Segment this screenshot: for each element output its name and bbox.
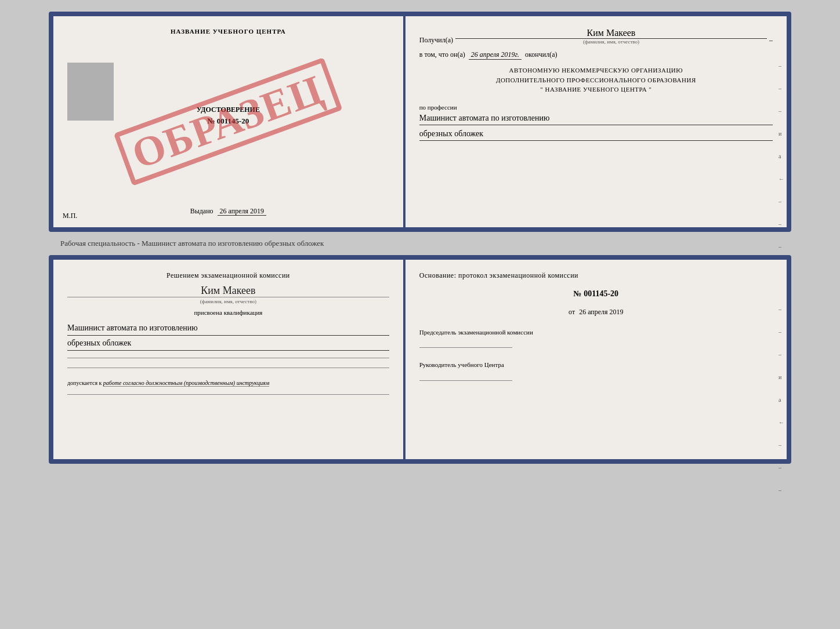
chairman-sign-line — [419, 347, 512, 348]
top-left-page: НАЗВАНИЕ УЧЕБНОГО ЦЕНТРА УДОСТОВЕРЕНИЕ №… — [53, 16, 405, 227]
protocol-number: № 001145-20 — [419, 289, 773, 299]
org-block: АВТОНОМНУЮ НЕКОММЕРЧЕСКУЮ ОРГАНИЗАЦИЮ ДО… — [419, 66, 773, 94]
bottom-right-page: Основание: протокол экзаменационной коми… — [405, 260, 787, 459]
head-sign-line — [419, 380, 512, 381]
caption: Рабочая специальность - Машинист автомат… — [12, 239, 324, 248]
date-value: 26 апреля 2019г. — [469, 50, 522, 60]
received-name: Ким Макеев — [455, 28, 767, 39]
profession-line1: Машинист автомата по изготовлению — [419, 112, 773, 125]
bottom-certificate: Решением экзаменационной комиссии Ким Ма… — [49, 255, 791, 464]
person-block: Ким Макеев (фамилия, имя, отчество) — [67, 285, 389, 304]
head-label: Руководитель учебного Центра — [419, 361, 773, 369]
profession-line2: обрезных обложек — [419, 128, 773, 141]
org-line2: ДОПОЛНИТЕЛЬНОГО ПРОФЕССИОНАЛЬНОГО ОБРАЗО… — [419, 75, 773, 85]
decision-title: Решением экзаменационной комиссии — [67, 271, 389, 280]
fio-label: (фамилия, имя, отчество) — [67, 297, 389, 304]
top-right-page: Получил(а) Ким Макеев (фамилия, имя, отч… — [405, 16, 787, 227]
qualification-line2: обрезных обложек — [67, 336, 389, 351]
cert-type: УДОСТОВЕРЕНИЕ — [197, 106, 260, 114]
basis-title: Основание: протокол экзаменационной коми… — [419, 271, 773, 280]
profession-label: по профессии — [419, 104, 773, 111]
fio-hint: (фамилия, имя, отчество) — [583, 39, 639, 45]
top-certificate: НАЗВАНИЕ УЧЕБНОГО ЦЕНТРА УДОСТОВЕРЕНИЕ №… — [49, 12, 791, 232]
allowed-italic: работе согласно должностным (производств… — [103, 380, 269, 387]
date-prefix: в том, что он(а) — [419, 50, 465, 59]
received-block: Получил(а) Ким Макеев (фамилия, имя, отч… — [419, 28, 773, 45]
qualification-label: присвоена квалификация — [67, 309, 389, 316]
org-line3: " НАЗВАНИЕ УЧЕБНОГО ЦЕНТРА " — [419, 85, 773, 94]
side-marks: – – – и а ← – – – — [779, 63, 784, 250]
allowed-block: допускается к работе согласно должностны… — [67, 380, 389, 386]
profession-block: по профессии Машинист автомата по изгото… — [419, 104, 773, 144]
date-prefix: от — [569, 308, 575, 316]
date-block: в том, что он(а) 26 апреля 2019г. окончи… — [419, 50, 773, 60]
received-label: Получил(а) — [419, 36, 453, 45]
mp-label: М.П. — [63, 212, 77, 220]
qualification-block: Машинист автомата по изготовлению обрезн… — [67, 321, 389, 351]
allowed-prefix: допускается к — [67, 380, 102, 386]
photo-placeholder — [67, 63, 114, 121]
person-name: Ким Макеев — [67, 285, 389, 297]
finished-label: окончил(а) — [525, 50, 557, 59]
protocol-date: от 26 апреля 2019 — [419, 308, 773, 317]
cert-number: № 001145-20 — [197, 117, 260, 126]
org-line1: АВТОНОМНУЮ НЕКОММЕРЧЕСКУЮ ОРГАНИЗАЦИЮ — [419, 66, 773, 75]
issue-date-line: Выдано 26 апреля 2019 — [190, 207, 266, 216]
qualification-line1: Машинист автомата по изготовлению — [67, 321, 389, 336]
bottom-side-marks: – – – и а ← – – – — [779, 306, 784, 493]
dash1: – — [769, 36, 773, 45]
date-value: 26 апреля 2019 — [579, 308, 623, 316]
chairman-label: Председатель экзаменационной комиссии — [419, 328, 773, 337]
top-school-name: НАЗВАНИЕ УЧЕБНОГО ЦЕНТРА — [171, 28, 286, 35]
bottom-left-page: Решением экзаменационной комиссии Ким Ма… — [53, 260, 405, 459]
